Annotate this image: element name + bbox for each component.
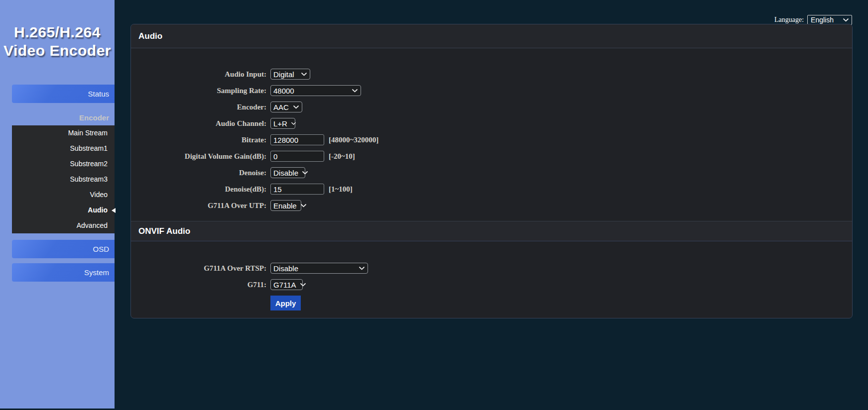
audio-input-value: Digital bbox=[273, 70, 294, 79]
sidebar-item-encoder[interactable]: Encoder bbox=[12, 110, 115, 125]
encoder-label: Encoder: bbox=[131, 103, 266, 111]
g711a-over-utp-label: G711A Over UTP: bbox=[131, 202, 266, 210]
audio-channel-label: Audio Channel: bbox=[131, 119, 266, 128]
audio-section-header: Audio bbox=[131, 24, 852, 48]
g711-label: G711: bbox=[131, 281, 266, 289]
denoise-db-label: Denoise(dB): bbox=[131, 185, 266, 194]
chevron-down-icon bbox=[293, 105, 299, 109]
chevron-down-icon bbox=[302, 171, 308, 175]
g711-value: G711A bbox=[273, 281, 296, 289]
form-row: Encoder: AAC bbox=[131, 102, 852, 112]
audio-channel-value: L+R bbox=[273, 119, 287, 128]
onvif-section-header: ONVIF Audio bbox=[131, 221, 852, 241]
language-label: Language: bbox=[774, 16, 804, 24]
language-select[interactable]: English bbox=[807, 15, 852, 25]
sidebar: H.265/H.264 Video Encoder Status Encoder… bbox=[0, 0, 115, 409]
g711a-over-rtsp-value: Disable bbox=[273, 264, 298, 273]
form-row: Denoise: Disable bbox=[131, 167, 852, 178]
audio-channel-select[interactable]: L+R bbox=[270, 118, 295, 129]
digital-volume-gain-input[interactable] bbox=[270, 151, 324, 162]
logo-line1: H.265/H.264 bbox=[0, 23, 115, 41]
encoder-value: AAC bbox=[273, 103, 289, 111]
g711a-over-rtsp-label: G711A Over RTSP: bbox=[131, 264, 266, 273]
sampling-rate-select[interactable]: 48000 bbox=[270, 85, 361, 96]
g711-select[interactable]: G711A bbox=[270, 279, 303, 290]
sampling-rate-value: 48000 bbox=[273, 87, 294, 95]
digital-volume-gain-label: Digital Volume Gain(dB): bbox=[131, 152, 266, 161]
audio-input-label: Audio Input: bbox=[131, 70, 266, 79]
sidebar-submenu: Main Stream Substream1 Substream2 Substr… bbox=[12, 125, 115, 233]
chevron-down-icon bbox=[301, 73, 307, 76]
sidebar-item-osd[interactable]: OSD bbox=[12, 240, 115, 258]
form-row: Bitrate: [48000~320000] bbox=[131, 134, 852, 145]
form-row: G711: G711A bbox=[131, 279, 852, 290]
sidebar-item-substream2[interactable]: Substream2 bbox=[12, 156, 115, 172]
form-row: Denoise(dB): [1~100] bbox=[131, 184, 852, 195]
sidebar-item-audio-label: Audio bbox=[88, 206, 108, 214]
sidebar-item-main-stream[interactable]: Main Stream bbox=[12, 125, 115, 141]
apply-button[interactable]: Apply bbox=[270, 296, 301, 310]
sidebar-item-status[interactable]: Status bbox=[12, 85, 115, 103]
sidebar-item-substream3[interactable]: Substream3 bbox=[12, 172, 115, 187]
sidebar-item-substream1[interactable]: Substream1 bbox=[12, 141, 115, 156]
logo-line2: Video Encoder bbox=[0, 41, 115, 60]
language-control: Language: English bbox=[774, 15, 852, 25]
chevron-down-icon bbox=[300, 283, 306, 287]
audio-section-title: Audio bbox=[138, 31, 162, 41]
sidebar-item-video[interactable]: Video bbox=[12, 187, 115, 203]
chevron-down-icon bbox=[843, 18, 849, 22]
g711a-over-utp-value: Enable bbox=[273, 202, 297, 210]
form-row: G711A Over RTSP: Disable bbox=[131, 263, 852, 274]
chevron-down-icon bbox=[359, 267, 365, 270]
denoise-db-range-hint: [1~100] bbox=[329, 185, 353, 194]
audio-section-body: Audio Input: Digital Sampling Rate: 4800… bbox=[131, 48, 852, 211]
sampling-rate-label: Sampling Rate: bbox=[131, 87, 266, 95]
sidebar-item-advanced[interactable]: Advanced bbox=[12, 218, 115, 233]
form-row: Audio Channel: L+R bbox=[131, 118, 852, 129]
bitrate-range-hint: [48000~320000] bbox=[329, 136, 378, 144]
form-row: Audio Input: Digital bbox=[131, 69, 852, 80]
denoise-label: Denoise: bbox=[131, 169, 266, 177]
settings-panel: Audio Audio Input: Digital Sampling Rate… bbox=[130, 24, 853, 318]
form-row: G711A Over UTP: Enable bbox=[131, 200, 852, 211]
encoder-select[interactable]: AAC bbox=[270, 102, 302, 112]
form-row: Digital Volume Gain(dB): [-20~10] bbox=[131, 151, 852, 162]
chevron-down-icon bbox=[291, 122, 296, 125]
bitrate-label: Bitrate: bbox=[131, 136, 266, 144]
g711a-over-rtsp-select[interactable]: Disable bbox=[270, 263, 368, 274]
language-value: English bbox=[811, 16, 834, 24]
chevron-down-icon bbox=[301, 204, 306, 207]
digital-volume-gain-range-hint: [-20~10] bbox=[329, 152, 355, 161]
g711a-over-utp-select[interactable]: Enable bbox=[270, 200, 301, 211]
denoise-db-input[interactable] bbox=[270, 184, 324, 195]
sidebar-item-audio[interactable]: Audio bbox=[12, 203, 115, 218]
onvif-section-body: G711A Over RTSP: Disable G711: G711A App… bbox=[131, 241, 852, 310]
denoise-select[interactable]: Disable bbox=[270, 167, 305, 178]
denoise-value: Disable bbox=[273, 169, 298, 177]
active-item-triangle-left-icon bbox=[112, 208, 116, 213]
app-logo: H.265/H.264 Video Encoder bbox=[0, 23, 115, 60]
page: H.265/H.264 Video Encoder Status Encoder… bbox=[0, 0, 868, 410]
sidebar-item-system[interactable]: System bbox=[12, 263, 115, 282]
audio-input-select[interactable]: Digital bbox=[270, 69, 310, 80]
bitrate-input[interactable] bbox=[270, 134, 324, 145]
onvif-section-title: ONVIF Audio bbox=[138, 226, 190, 236]
chevron-down-icon bbox=[352, 89, 358, 93]
form-row: Sampling Rate: 48000 bbox=[131, 85, 852, 96]
